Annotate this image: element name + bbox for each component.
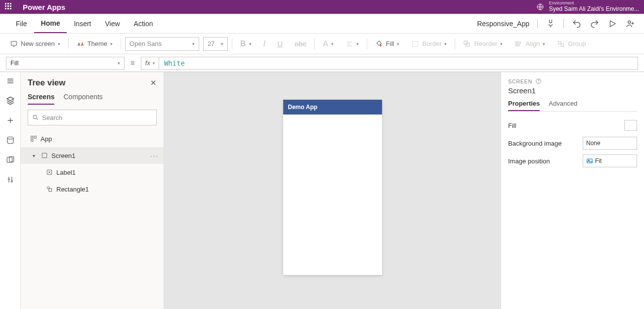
- formula-input[interactable]: White: [159, 57, 638, 70]
- border-label: Border: [422, 40, 441, 47]
- environment-label: Environment: [549, 1, 639, 6]
- play-icon[interactable]: [607, 19, 617, 29]
- text-align-icon[interactable]: ▾: [342, 34, 363, 54]
- tree-view-title: Tree view: [28, 78, 150, 88]
- formula-property-value: Fill: [10, 59, 19, 67]
- tree-view-panel: Tree view ✕ Screens Components Search Ap…: [21, 72, 164, 309]
- prop-row-bg-image: Background image None: [508, 134, 637, 152]
- undo-icon[interactable]: [572, 19, 582, 29]
- svg-rect-19: [42, 153, 46, 157]
- svg-point-24: [538, 82, 539, 83]
- menu-file[interactable]: File: [9, 14, 34, 33]
- chevron-down-icon[interactable]: ▾: [30, 152, 38, 159]
- screen-preview-title: Demo App: [288, 104, 318, 111]
- screen-preview-header[interactable]: Demo App: [283, 100, 382, 115]
- svg-point-10: [7, 137, 13, 139]
- new-screen-label: New screen: [21, 40, 55, 47]
- rail-hamburger-icon[interactable]: [5, 76, 15, 86]
- rail-insert-icon[interactable]: [5, 116, 15, 125]
- tree-tab-components[interactable]: Components: [63, 93, 102, 105]
- font-size-value: 27: [208, 40, 215, 47]
- fx-label: fx: [145, 59, 150, 67]
- bold-icon[interactable]: B▾: [236, 34, 256, 54]
- environment-selector[interactable]: Environment Syed Saim Ali Zaidi's Enviro…: [549, 1, 639, 12]
- app-name-label[interactable]: Responsive_App: [477, 20, 529, 28]
- share-icon[interactable]: [625, 19, 635, 29]
- tree-search-placeholder: Search: [42, 114, 62, 121]
- menu-view[interactable]: View: [98, 14, 127, 33]
- border-button[interactable]: Border ▾: [407, 34, 451, 54]
- theme-label: Theme: [87, 40, 107, 47]
- svg-rect-6: [517, 42, 521, 43]
- prop-bgimage-label: Background image: [508, 140, 583, 147]
- fill-button[interactable]: Fill ▾: [371, 34, 404, 54]
- fill-label: Fill: [386, 40, 394, 47]
- close-tree-icon[interactable]: ✕: [150, 78, 157, 87]
- properties-object-name: Screen1: [508, 86, 637, 95]
- app-checker-icon[interactable]: [546, 19, 556, 29]
- formula-bar: Fill ▾ = fx ▾ White: [0, 54, 644, 72]
- svg-rect-7: [517, 44, 519, 46]
- group-label: Group: [568, 40, 586, 47]
- environment-name: Syed Saim Ali Zaidi's Environme...: [549, 6, 639, 12]
- svg-rect-17: [34, 136, 36, 138]
- rail-tools-icon[interactable]: [5, 175, 15, 185]
- reorder-label: Reorder: [474, 40, 497, 47]
- prop-fill-swatch[interactable]: [624, 120, 637, 131]
- redo-icon[interactable]: [590, 19, 600, 29]
- theme-button[interactable]: Theme ▾: [73, 34, 117, 54]
- rail-data-icon[interactable]: [5, 135, 15, 145]
- font-select[interactable]: Open Sans ▾: [125, 37, 199, 51]
- canvas-area[interactable]: Demo App: [164, 72, 501, 309]
- prop-bgimage-select[interactable]: None: [583, 137, 637, 150]
- tree-item-label1-label: Label1: [56, 169, 76, 176]
- main-area: Tree view ✕ Screens Components Search Ap…: [0, 72, 644, 309]
- italic-icon[interactable]: I: [259, 34, 269, 54]
- svg-rect-8: [558, 41, 561, 43]
- tree-item-more-icon[interactable]: ···: [150, 152, 159, 159]
- rail-tree-view-icon[interactable]: [5, 96, 15, 106]
- align-button[interactable]: Align ▾: [511, 34, 549, 54]
- font-color-icon[interactable]: A▾: [319, 34, 338, 54]
- app-launcher-icon[interactable]: [5, 3, 13, 11]
- tree-item-screen1-label: Screen1: [51, 152, 75, 159]
- help-icon[interactable]: [535, 78, 542, 84]
- menu-home[interactable]: Home: [34, 14, 67, 33]
- menu-action[interactable]: Action: [127, 14, 160, 33]
- svg-rect-22: [49, 189, 52, 192]
- menu-insert[interactable]: Insert: [67, 14, 98, 33]
- prop-row-fill: Fill: [508, 116, 637, 134]
- font-size-select[interactable]: 27 ▾: [203, 37, 228, 51]
- toolbar: New screen ▾ Theme ▾ Open Sans ▾ 27 ▾ B▾…: [0, 34, 644, 54]
- rectangle-icon: [45, 185, 53, 193]
- properties-section-label: SCREEN: [508, 78, 532, 84]
- svg-rect-25: [587, 159, 593, 163]
- tree-item-rectangle1[interactable]: Rectangle1: [21, 181, 164, 197]
- strikethrough-icon[interactable]: abc: [291, 34, 310, 54]
- tree-item-app[interactable]: App: [21, 130, 164, 147]
- formula-value: White: [164, 59, 185, 67]
- reorder-button[interactable]: Reorder ▾: [459, 34, 507, 54]
- prop-imgpos-select[interactable]: Fit: [583, 154, 637, 167]
- tree-search-input[interactable]: Search: [28, 110, 157, 125]
- product-name: Power Apps: [23, 3, 65, 11]
- formula-property-select[interactable]: Fill ▾: [6, 57, 125, 70]
- prop-fill-label: Fill: [508, 122, 624, 129]
- svg-rect-2: [11, 41, 17, 45]
- props-tab-advanced[interactable]: Advanced: [549, 100, 577, 111]
- fx-button[interactable]: fx ▾: [141, 57, 159, 70]
- new-screen-button[interactable]: New screen ▾: [6, 34, 64, 54]
- tree-item-label1[interactable]: Label1: [21, 164, 164, 181]
- prop-row-img-pos: Image position Fit: [508, 152, 637, 170]
- underline-icon[interactable]: U: [273, 34, 287, 54]
- app-icon: [30, 135, 38, 143]
- props-tab-properties[interactable]: Properties: [508, 100, 540, 111]
- tree-item-screen1[interactable]: ▾ Screen1 ···: [21, 147, 164, 164]
- svg-rect-4: [464, 41, 468, 44]
- screen-preview[interactable]: Demo App: [283, 100, 382, 275]
- rail-media-icon[interactable]: [5, 155, 15, 165]
- tree-item-app-label: App: [41, 135, 52, 143]
- tree-tab-screens[interactable]: Screens: [28, 93, 54, 105]
- group-button[interactable]: Group: [553, 34, 590, 54]
- title-bar: Power Apps Environment Syed Saim Ali Zai…: [0, 0, 644, 14]
